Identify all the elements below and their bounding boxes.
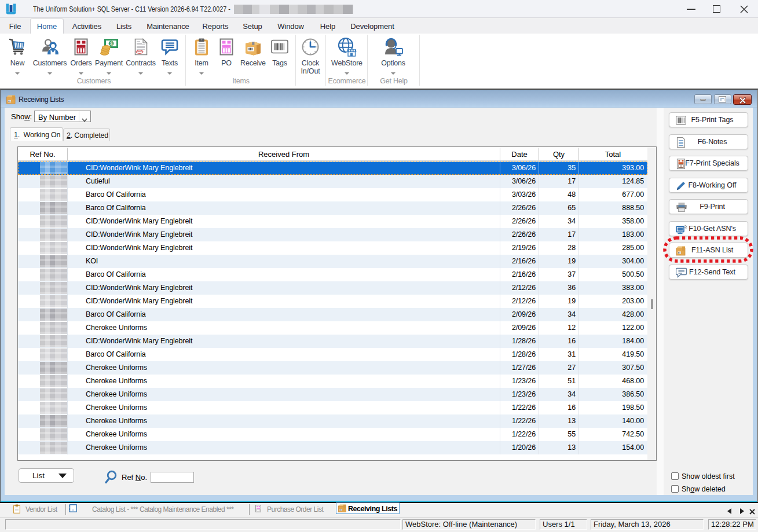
svg-text:$: $ [110,41,113,46]
